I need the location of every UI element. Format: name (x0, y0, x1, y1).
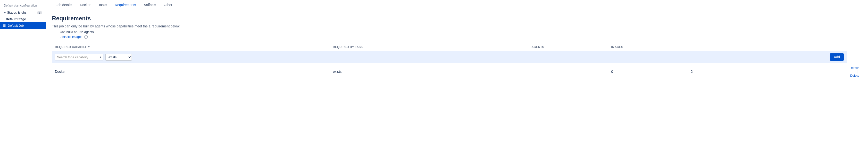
sidebar-default-job-label: Default Job (8, 24, 24, 27)
condition-select[interactable]: exists equals matches greater than less … (105, 54, 132, 61)
capability-search-dropdown[interactable]: ▾ (55, 54, 103, 60)
table-header-row: Required capability Required by task Age… (52, 43, 862, 51)
col-header-actions (688, 43, 847, 51)
row-actions: Details | Delete (847, 63, 862, 80)
sidebar-stages-jobs-label: ∨Stages & jobs (4, 11, 27, 14)
details-link[interactable]: Details (849, 66, 859, 70)
can-build-label: Can build on (60, 30, 78, 34)
tab-job-details[interactable]: Job details (52, 0, 76, 10)
sidebar-config-label: Default plan configuration (0, 2, 46, 9)
elastic-images-row: 2 elastic images i (52, 35, 862, 39)
delete-link[interactable]: Delete (850, 74, 859, 77)
can-build-row: Can build on No agents (52, 30, 862, 34)
can-build-value: No agents (80, 30, 94, 34)
row-required-by (529, 63, 608, 80)
sidebar-default-stage: Default Stage (0, 16, 46, 22)
add-row-inner: ▾ exists equals matches greater than les… (55, 54, 844, 61)
col-header-agents: Agents (529, 43, 608, 51)
row-condition: exists (330, 63, 528, 80)
tab-artifacts[interactable]: Artifacts (140, 0, 160, 10)
search-input[interactable] (57, 55, 98, 59)
col-header-required-by: Required by task (330, 43, 528, 51)
sidebar-stages-jobs[interactable]: ∨Stages & jobs 1 (0, 9, 46, 16)
action-separator: | (857, 70, 858, 73)
sidebar-default-job[interactable]: ☰ Default Job (0, 22, 46, 29)
info-icon[interactable]: i (84, 35, 88, 39)
row-images: 2 (688, 63, 847, 80)
row-capability: Docker (52, 63, 330, 80)
tab-tasks[interactable]: Tasks (94, 0, 111, 10)
col-header-images: Images (608, 43, 688, 51)
main-content: Job details Docker Tasks Requirements Ar… (46, 0, 868, 165)
add-capability-row: ▾ exists equals matches greater than les… (52, 51, 862, 63)
sidebar: Default plan configuration ∨Stages & job… (0, 0, 46, 165)
requirements-table: Required capability Required by task Age… (52, 43, 862, 80)
row-agents: 0 (608, 63, 688, 80)
page-description: This job can only be built by agents who… (52, 24, 862, 28)
list-icon: ☰ (3, 24, 6, 27)
add-button[interactable]: Add (830, 54, 844, 61)
col-header-capability: Required capability (52, 43, 330, 51)
tab-requirements[interactable]: Requirements (111, 0, 140, 10)
page-title: Requirements (52, 15, 862, 22)
tab-bar: Job details Docker Tasks Requirements Ar… (52, 0, 862, 10)
tab-other[interactable]: Other (160, 0, 176, 10)
elastic-images-link[interactable]: 2 elastic images (60, 35, 82, 39)
add-row-cell: ▾ exists equals matches greater than les… (52, 51, 847, 63)
sidebar-stages-jobs-badge: 1 (37, 11, 42, 14)
table-row: Docker exists 0 2 Details | Delete (52, 63, 862, 80)
tab-docker[interactable]: Docker (76, 0, 94, 10)
chevron-down-icon: ▾ (100, 56, 101, 59)
